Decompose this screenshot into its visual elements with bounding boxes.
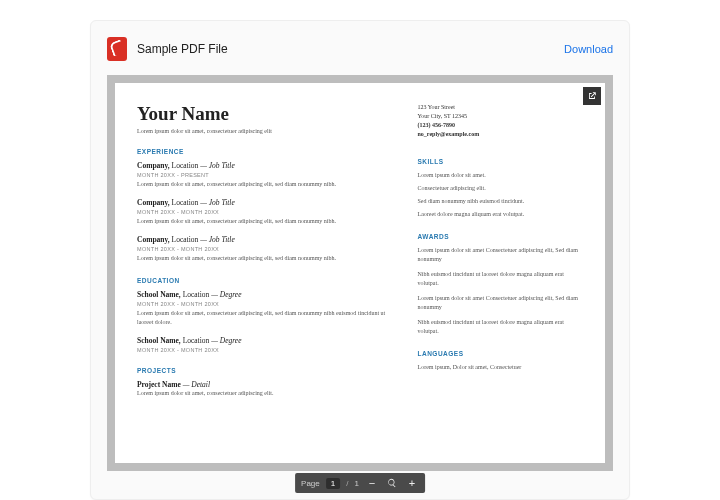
award-item: Lorem ipsum dolor sit amet Consectetuer … xyxy=(418,246,583,264)
card-header: Sample PDF File Download xyxy=(107,37,613,61)
section-title-projects: PROJECTS xyxy=(137,367,394,374)
skill-item: Lorem ipsum dolor sit amet. xyxy=(418,171,583,180)
skill-item: Consectetuer adipiscing elit. xyxy=(418,184,583,193)
download-link[interactable]: Download xyxy=(564,43,613,55)
experience-entry: Company, Location — Job Title MONTH 20XX… xyxy=(137,161,394,189)
skill-item: Sed diam nonummy nibh euismod tincidunt. xyxy=(418,197,583,206)
education-entry: School Name, Location — Degree MONTH 20X… xyxy=(137,290,394,327)
resume-left-column: Your Name Lorem ipsum dolor sit amet, co… xyxy=(137,103,394,441)
page-label: Page xyxy=(301,479,320,488)
pdf-icon xyxy=(107,37,127,61)
resume-name: Your Name xyxy=(137,103,394,125)
entry-dates: MONTH 20XX - PRESENT xyxy=(137,172,394,178)
section-title-education: EDUCATION xyxy=(137,277,394,284)
experience-entry: Company, Location — Job Title MONTH 20XX… xyxy=(137,235,394,263)
contact-city: Your City, ST 12345 xyxy=(418,112,583,121)
contact-email: no_reply@example.com xyxy=(418,130,583,139)
section-title-languages: LANGUAGES xyxy=(418,350,583,357)
entry-body: Lorem ipsum dolor sit amet, consectetuer… xyxy=(137,180,394,189)
entry-heading: Company, Location — Job Title xyxy=(137,198,394,207)
zoom-out-button[interactable]: − xyxy=(365,476,379,490)
resume-tagline: Lorem ipsum dolor sit amet, consectetuer… xyxy=(137,128,394,134)
open-external-button[interactable] xyxy=(583,87,601,105)
education-entry: School Name, Location — Degree MONTH 20X… xyxy=(137,336,394,353)
zoom-icon[interactable] xyxy=(385,476,399,490)
entry-dates: MONTH 20XX - MONTH 20XX xyxy=(137,209,394,215)
entry-body: Lorem ipsum dolor sit amet, consectetuer… xyxy=(137,309,394,327)
page-total: 1 xyxy=(354,479,358,488)
entry-heading: School Name, Location — Degree xyxy=(137,336,394,345)
skill-item: Laoreet dolore magna aliquam erat volutp… xyxy=(418,210,583,219)
entry-dates: MONTH 20XX - MONTH 20XX xyxy=(137,246,394,252)
open-external-icon xyxy=(587,91,597,101)
pdf-page: Your Name Lorem ipsum dolor sit amet, co… xyxy=(115,83,605,463)
entry-heading: School Name, Location — Degree xyxy=(137,290,394,299)
page-sep: / xyxy=(346,479,348,488)
file-title: Sample PDF File xyxy=(137,42,554,56)
resume-right-column: 123 Your Street Your City, ST 12345 (123… xyxy=(418,103,583,441)
zoom-in-button[interactable]: + xyxy=(405,476,419,490)
page-current-input[interactable]: 1 xyxy=(326,478,340,489)
section-title-awards: AWARDS xyxy=(418,233,583,240)
pdf-preview-card: Sample PDF File Download Your Name Lorem… xyxy=(90,20,630,500)
entry-heading: Project Name — Detail xyxy=(137,380,394,389)
project-entry: Project Name — Detail Lorem ipsum dolor … xyxy=(137,380,394,398)
entry-body: Lorem ipsum dolor sit amet, consectetuer… xyxy=(137,254,394,263)
pdf-viewer-frame: Your Name Lorem ipsum dolor sit amet, co… xyxy=(107,75,613,471)
award-item: Nibh euismod tincidunt ut laoreet dolore… xyxy=(418,318,583,336)
experience-entry: Company, Location — Job Title MONTH 20XX… xyxy=(137,198,394,226)
languages-text: Lorem ipsum, Dolor sit amet, Consectetue… xyxy=(418,363,583,372)
award-item: Nibh euismod tincidunt ut laoreet dolore… xyxy=(418,270,583,288)
contact-phone: (123) 456-7890 xyxy=(418,121,583,130)
section-title-skills: SKILLS xyxy=(418,158,583,165)
entry-heading: Company, Location — Job Title xyxy=(137,235,394,244)
contact-street: 123 Your Street xyxy=(418,103,583,112)
entry-body: Lorem ipsum dolor sit amet, consectetuer… xyxy=(137,217,394,226)
entry-dates: MONTH 20XX - MONTH 20XX xyxy=(137,347,394,353)
entry-heading: Company, Location — Job Title xyxy=(137,161,394,170)
entry-body: Lorem ipsum dolor sit amet, consectetuer… xyxy=(137,389,394,398)
pdf-toolbar: Page 1 / 1 − + xyxy=(295,473,425,493)
award-item: Lorem ipsum dolor sit amet Consectetuer … xyxy=(418,294,583,312)
entry-dates: MONTH 20XX - MONTH 20XX xyxy=(137,301,394,307)
section-title-experience: EXPERIENCE xyxy=(137,148,394,155)
